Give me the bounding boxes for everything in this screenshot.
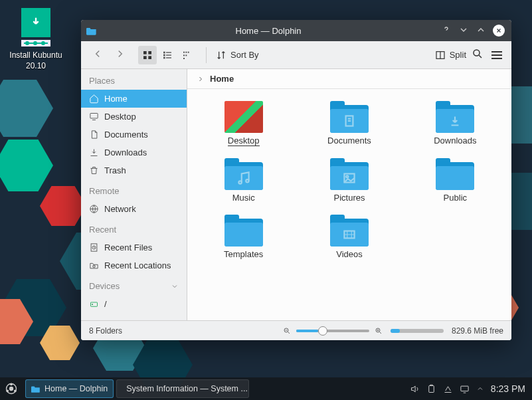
help-button[interactable] bbox=[441, 25, 452, 37]
split-button[interactable]: Split bbox=[435, 50, 466, 60]
sidebar-item-downloads[interactable]: Downloads bbox=[81, 144, 187, 161]
file-item-public[interactable]: Public bbox=[406, 158, 505, 203]
svg-point-35 bbox=[11, 383, 13, 385]
svg-rect-3 bbox=[148, 56, 151, 59]
back-button[interactable] bbox=[88, 45, 108, 65]
svg-point-27 bbox=[246, 179, 248, 182]
sidebar: Places HomeDesktopDocumentsDownloadsTras… bbox=[81, 69, 187, 320]
folder-icon bbox=[436, 158, 474, 190]
disk-free: 829.6 MiB free bbox=[452, 326, 503, 336]
desktop-icon-label: Install Kubuntu 20.10 bbox=[9, 50, 62, 71]
download-icon bbox=[21, 8, 50, 37]
desktop-folder-icon bbox=[224, 101, 263, 133]
app-icon bbox=[81, 26, 102, 35]
svg-rect-39 bbox=[429, 385, 434, 392]
close-button[interactable] bbox=[493, 25, 505, 37]
zoom-in-icon bbox=[375, 327, 383, 335]
icons-view-button[interactable] bbox=[138, 46, 157, 64]
folder-icon bbox=[224, 215, 263, 247]
desktop-icon bbox=[89, 112, 99, 122]
folder-icon bbox=[330, 158, 369, 190]
maximize-button[interactable] bbox=[476, 25, 486, 37]
desktop-icon-install-kubuntu[interactable]: Install Kubuntu 20.10 bbox=[9, 8, 62, 71]
sidebar-item-documents[interactable]: Documents bbox=[81, 126, 187, 144]
places-section-header[interactable]: Places bbox=[81, 69, 187, 90]
svg-rect-0 bbox=[143, 51, 147, 54]
file-item-videos[interactable]: Videos bbox=[300, 215, 399, 259]
search-button[interactable] bbox=[469, 45, 486, 65]
svg-rect-11 bbox=[185, 51, 187, 52]
svg-point-29 bbox=[346, 175, 348, 177]
svg-rect-40 bbox=[461, 386, 468, 391]
recent-files-icon bbox=[89, 243, 99, 252]
folder-icon bbox=[436, 101, 474, 133]
downloads-icon bbox=[89, 148, 99, 157]
disk-usage-bar bbox=[391, 329, 444, 333]
svg-rect-9 bbox=[166, 57, 171, 58]
folder-icon bbox=[330, 215, 369, 247]
svg-point-37 bbox=[7, 390, 8, 392]
svg-rect-4 bbox=[163, 51, 165, 53]
svg-rect-14 bbox=[185, 54, 187, 56]
chevron-right-icon bbox=[197, 75, 205, 83]
clipboard-icon[interactable] bbox=[426, 384, 436, 394]
network-icon bbox=[89, 204, 99, 214]
sidebar-item-/[interactable]: / bbox=[81, 295, 187, 313]
svg-point-26 bbox=[238, 181, 241, 183]
file-item-desktop[interactable]: Desktop bbox=[194, 101, 293, 146]
svg-rect-2 bbox=[143, 56, 147, 59]
network-icon[interactable] bbox=[443, 384, 453, 394]
file-item-pictures[interactable]: Pictures bbox=[300, 158, 399, 203]
sidebar-item-home[interactable]: Home bbox=[81, 90, 187, 108]
details-view-button[interactable] bbox=[178, 46, 197, 64]
recent-section-header[interactable]: Recent bbox=[81, 218, 187, 239]
clock[interactable]: 8:23 PM bbox=[488, 383, 532, 394]
item-count: 8 Folders bbox=[89, 326, 122, 336]
svg-point-34 bbox=[10, 387, 13, 391]
titlebar[interactable]: Home — Dolphin bbox=[81, 20, 511, 41]
sidebar-item-recent-files[interactable]: Recent Files bbox=[81, 239, 187, 256]
display-icon[interactable] bbox=[460, 384, 470, 394]
sidebar-item-trash[interactable]: Trash bbox=[81, 161, 187, 179]
svg-rect-12 bbox=[188, 51, 189, 52]
svg-point-36 bbox=[15, 390, 17, 392]
taskbar-task[interactable]: System Information — System ... bbox=[116, 379, 249, 398]
drive-icon bbox=[89, 299, 99, 309]
sidebar-item-desktop[interactable]: Desktop bbox=[81, 108, 187, 126]
forward-button[interactable] bbox=[110, 45, 130, 65]
sidebar-item-network[interactable]: Network bbox=[81, 200, 187, 218]
breadcrumb[interactable]: Home bbox=[187, 69, 511, 89]
menu-button[interactable] bbox=[489, 49, 505, 62]
devices-section-header[interactable]: Devices bbox=[81, 274, 187, 295]
svg-rect-10 bbox=[183, 51, 185, 52]
compact-view-button[interactable] bbox=[158, 46, 177, 64]
app-launcher[interactable] bbox=[0, 377, 23, 400]
toolbar: Sort By Split bbox=[81, 41, 511, 69]
sort-by-button[interactable]: Sort By bbox=[216, 50, 259, 60]
sidebar-item-recent-locations[interactable]: Recent Locations bbox=[81, 256, 187, 274]
taskbar-task[interactable]: Home — Dolphin bbox=[25, 379, 114, 398]
file-item-music[interactable]: Music bbox=[194, 158, 293, 203]
recent-locations-icon bbox=[89, 260, 99, 270]
status-bar: 8 Folders 829.6 MiB free bbox=[81, 320, 511, 340]
system-tray bbox=[406, 384, 488, 394]
file-item-downloads[interactable]: Downloads bbox=[406, 101, 505, 146]
documents-icon bbox=[89, 130, 99, 140]
file-item-templates[interactable]: Templates bbox=[194, 215, 293, 259]
zoom-out-icon bbox=[283, 327, 291, 335]
folder-icon bbox=[330, 101, 369, 133]
svg-rect-7 bbox=[166, 54, 171, 55]
tray-expand-icon[interactable] bbox=[476, 385, 484, 393]
remote-section-header[interactable]: Remote bbox=[81, 179, 187, 200]
minimize-button[interactable] bbox=[458, 25, 469, 37]
folder-icon bbox=[224, 158, 263, 190]
file-item-documents[interactable]: Documents bbox=[300, 101, 399, 146]
svg-rect-13 bbox=[183, 54, 185, 56]
svg-rect-8 bbox=[163, 56, 165, 58]
zoom-slider[interactable] bbox=[283, 327, 383, 335]
window-title: Home — Dolphin bbox=[102, 26, 434, 36]
volume-icon[interactable] bbox=[410, 384, 420, 394]
svg-rect-6 bbox=[163, 54, 165, 56]
trash-icon bbox=[89, 165, 99, 175]
dolphin-window: Home — Dolphin Sort By Split P bbox=[81, 20, 511, 340]
